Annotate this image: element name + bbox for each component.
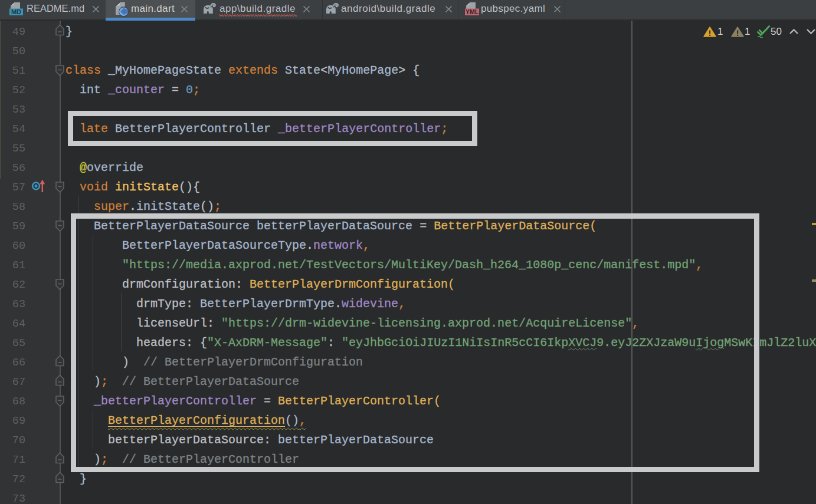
svg-text:YML: YML xyxy=(466,8,479,15)
svg-text:MD: MD xyxy=(11,8,21,15)
